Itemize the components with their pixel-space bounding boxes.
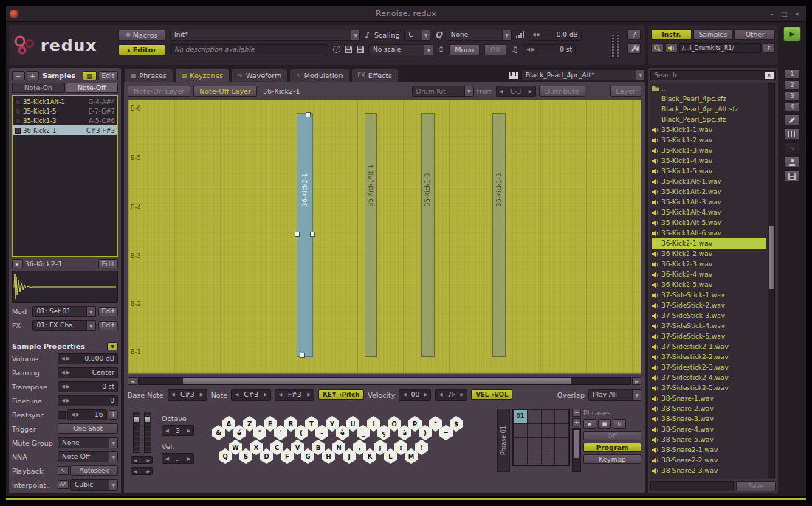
save-preset-icon[interactable]	[357, 46, 364, 53]
filename-input[interactable]	[650, 481, 734, 491]
overlap-dropdown[interactable]: Play All	[588, 389, 641, 401]
scroll-right-button[interactable]: ▶	[632, 377, 641, 385]
file-list-item[interactable]: 35-Kick1-4.wav	[652, 156, 766, 166]
phrase-slot[interactable]: 01	[514, 410, 527, 423]
sample-list-item[interactable]: 35-Kick1-5 E-7-G#7	[13, 106, 117, 116]
note-on-layer-tab[interactable]: Note-On Layer	[128, 86, 190, 97]
phrase-slot[interactable]	[542, 438, 555, 451]
file-list-item[interactable]: 37-Sidestick2-4.wav	[652, 372, 766, 383]
note-to-spinner[interactable]: F#3	[275, 389, 314, 401]
global-play-button[interactable]: ▶	[783, 27, 801, 41]
keyboard-velocity-spinner[interactable]: ..	[162, 453, 194, 464]
base-note-spinner[interactable]: C#3	[168, 389, 207, 401]
drumkit-dropdown[interactable]: Drum Kit	[412, 86, 474, 97]
file-list-item[interactable]: 37-Sidestick2-3.wav	[652, 362, 766, 372]
autoseek-toggle[interactable]: Autoseek	[70, 465, 118, 476]
fader-handle[interactable]	[134, 417, 139, 422]
phrase-slot[interactable]	[528, 424, 541, 437]
sample-list-view-button[interactable]: ▦	[83, 71, 97, 80]
settings-button[interactable]	[627, 43, 641, 54]
phrase-slot[interactable]	[514, 451, 527, 465]
browser-prehear-button[interactable]	[665, 43, 678, 53]
search-input[interactable]: Search ×	[650, 70, 776, 80]
phrase-slot[interactable]	[555, 451, 568, 465]
phrase-stop-button[interactable]: ■	[598, 419, 611, 429]
tab-note-on[interactable]: Note-On	[12, 83, 65, 93]
beatsync-lines-spinner[interactable]: 16	[67, 409, 107, 420]
sample-play-button[interactable]: ▶	[12, 259, 23, 268]
file-list-item[interactable]: Black_Pearl_5pc.sfz	[652, 114, 766, 125]
scaling-dropdown[interactable]: C	[404, 30, 430, 41]
note-from-spinner[interactable]: C#3	[231, 389, 271, 401]
layer-button[interactable]: Layer	[610, 86, 642, 97]
phrase-slot[interactable]	[555, 438, 568, 451]
waveform-preview[interactable]	[12, 271, 118, 303]
transpose-spinner[interactable]: 0 st	[523, 44, 576, 55]
fader-handle[interactable]	[145, 417, 150, 422]
antialias-badge[interactable]: AA	[58, 480, 69, 489]
fader-stepper-1[interactable]: ◀▶	[131, 456, 153, 464]
scroll-left-button[interactable]: ◀	[128, 377, 137, 385]
mod-set-dropdown[interactable]: 01: Set 01	[32, 306, 96, 317]
resize-handle-top[interactable]	[306, 112, 311, 117]
resize-bar[interactable]	[6, 498, 806, 500]
quantize-dropdown[interactable]: None	[447, 30, 512, 41]
browser-tab[interactable]: Samples	[693, 29, 734, 40]
beatsync-mode-button[interactable]: T	[109, 410, 119, 420]
sample-edit-button[interactable]: Edit	[98, 71, 118, 80]
keyzone-strip[interactable]: 36-Kick2-1	[297, 113, 313, 357]
file-list-item[interactable]: 36-Kick2-1.wav	[652, 238, 766, 249]
file-list-item[interactable]: 35-Kick1Alt-5.wav	[652, 218, 766, 228]
close-button[interactable]: ×	[794, 10, 800, 18]
file-list-item[interactable]: 37-Sidestick2-1.wav	[652, 342, 766, 352]
velocity-fader-left[interactable]	[133, 412, 140, 453]
view-preset-button[interactable]: 2	[784, 80, 800, 90]
file-list-item[interactable]: 35-Kick1Alt-2.wav	[652, 187, 766, 197]
scrollbar-track[interactable]	[138, 377, 631, 385]
load-preset-icon[interactable]	[345, 46, 352, 53]
note-off-layer-tab[interactable]: Note-Off Layer	[193, 86, 257, 97]
scrollbar-handle[interactable]	[183, 378, 571, 384]
phrase-slot[interactable]	[514, 424, 527, 437]
sample-list-item[interactable]: 35-Kick1Alt-1 G-4-A#4	[13, 97, 117, 106]
phrase-slot[interactable]	[542, 410, 555, 423]
help-button[interactable]: ?	[627, 29, 641, 40]
file-list-item[interactable]: 35-Kick1-1.wav	[652, 125, 766, 135]
file-list-scrollbar[interactable]	[768, 83, 775, 478]
sample-list-item[interactable]: 35-Kick1-3 A-5-C#6	[13, 116, 117, 125]
file-list-item[interactable]: 36-Kick2-4.wav	[652, 269, 766, 280]
editor-button[interactable]: ▲Editor	[118, 44, 165, 55]
file-list-item[interactable]: 37-SideStick-2.wav	[652, 300, 766, 311]
resize-handle-right[interactable]	[310, 232, 315, 237]
phrase-slot[interactable]	[528, 451, 541, 465]
vel-to-vol-toggle[interactable]: VEL→VOL	[471, 389, 512, 400]
file-list-item[interactable]: Black_Pearl_4pc.sfz	[652, 94, 766, 104]
file-list-item[interactable]: 35-Kick1-5.wav	[652, 166, 766, 176]
file-list-item[interactable]: 38-Snare-3.wav	[652, 414, 766, 424]
browser-tab[interactable]: Other	[734, 29, 775, 40]
trigger-mode-button[interactable]: One-Shot	[58, 423, 118, 434]
phrase-scroll-handle[interactable]	[574, 430, 579, 458]
file-list-item[interactable]: 38-Snare2-3.wav	[652, 465, 766, 476]
clear-search-button[interactable]: ×	[765, 72, 774, 79]
phrase-slot[interactable]	[514, 438, 527, 451]
file-list-item[interactable]: 38-Snare-2.wav	[652, 403, 766, 414]
resize-handle-bottom[interactable]	[300, 353, 305, 358]
macros-button[interactable]: ●Macros	[118, 30, 165, 41]
finetune-spinner[interactable]: 0	[58, 395, 118, 406]
fx-edit-button[interactable]: Edit	[98, 321, 118, 330]
user-button[interactable]	[784, 156, 800, 168]
file-list-item[interactable]: ..	[652, 83, 766, 94]
file-list-item[interactable]: 35-Kick1Alt-3.wav	[652, 197, 766, 207]
phrase-slot[interactable]	[528, 438, 541, 451]
view-preset-button[interactable]: 4	[784, 103, 800, 112]
sample-list-item[interactable]: 36-Kick2-1 C#3-F#3	[13, 125, 117, 135]
minimize-button[interactable]: –	[770, 10, 774, 18]
preset-dropdown[interactable]: Init*	[170, 30, 360, 41]
beatsync-checkbox[interactable]	[58, 411, 66, 419]
nna-dropdown[interactable]: Note-Off	[58, 451, 118, 462]
transpose-spinner[interactable]: 0 st	[58, 381, 118, 392]
file-list-item[interactable]: 38-Snare-4.wav	[652, 424, 766, 434]
browser-tab[interactable]: Instr.	[651, 29, 692, 40]
velocity-to-spinner[interactable]: 7F	[435, 389, 467, 401]
